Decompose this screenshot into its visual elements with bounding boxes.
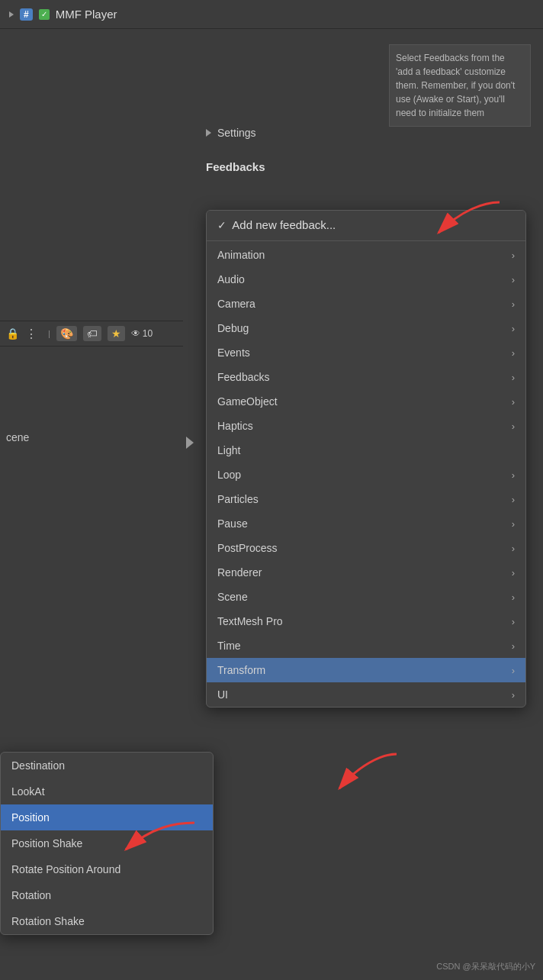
postprocess-label: PostProcess <box>217 542 278 554</box>
checkmark-icon: ✓ <box>217 219 227 231</box>
menu-item-gameobject[interactable]: GameObject › <box>207 389 525 414</box>
separator: | <box>48 329 50 338</box>
scene-label: Scene <box>217 591 248 603</box>
lookat-label: LookAt <box>11 785 45 798</box>
chevron-camera: › <box>512 298 515 310</box>
settings-expand-icon[interactable] <box>206 129 211 137</box>
star-icon[interactable]: ★ <box>108 326 125 341</box>
menu-item-feedbacks[interactable]: Feedbacks › <box>207 365 525 389</box>
gameobject-label: GameObject <box>217 395 278 408</box>
menu-item-debug[interactable]: Debug › <box>207 316 525 340</box>
menu-item-postprocess[interactable]: PostProcess › <box>207 536 525 560</box>
scene-label-text: cene <box>6 431 29 443</box>
position-label: Position <box>11 811 50 824</box>
expand-arrow-icon[interactable] <box>186 437 194 449</box>
info-text-box: Select Feedbacks from the 'add a feedbac… <box>389 44 531 127</box>
loop-label: Loop <box>217 469 241 481</box>
watermark: CSDN @呆呆敲代码的小Y <box>436 961 535 972</box>
chevron-postprocess: › <box>512 543 515 554</box>
submenu-item-destination[interactable]: Destination <box>1 753 213 779</box>
chevron-audio: › <box>512 274 515 285</box>
menu-item-ui[interactable]: UI › <box>207 682 525 707</box>
settings-label: Settings <box>217 127 256 139</box>
chevron-ui: › <box>512 689 515 701</box>
paint-icon[interactable]: 🎨 <box>56 326 77 341</box>
feedback-dropdown: ✓ Add new feedback... Animation › Audio … <box>206 210 526 708</box>
rotation-label: Rotation <box>11 889 51 901</box>
chevron-haptics: › <box>512 421 515 432</box>
rotation-shake-label: Rotation Shake <box>11 915 85 927</box>
menu-item-transform[interactable]: Transform › <box>207 658 525 682</box>
renderer-label: Renderer <box>217 566 262 579</box>
settings-row: Settings <box>206 122 256 143</box>
red-arrow-add-feedback <box>423 195 515 256</box>
chevron-transform: › <box>512 665 515 676</box>
pause-label: Pause <box>217 517 248 530</box>
more-options-icon[interactable]: ⋮ <box>25 327 39 341</box>
menu-item-haptics[interactable]: Haptics › <box>207 414 525 438</box>
submenu-item-rotation-shake[interactable]: Rotation Shake <box>1 908 213 934</box>
submenu-item-lookat[interactable]: LookAt <box>1 779 213 804</box>
info-text: Select Feedbacks from the 'add a feedbac… <box>396 53 515 118</box>
menu-item-scene[interactable]: Scene › <box>207 585 525 609</box>
menu-item-time[interactable]: Time › <box>207 633 525 658</box>
chevron-particles: › <box>512 494 515 505</box>
menu-item-renderer[interactable]: Renderer › <box>207 560 525 585</box>
eye-icon: 👁 <box>131 328 140 339</box>
scene-text: cene <box>6 431 29 443</box>
particles-label: Particles <box>217 493 259 505</box>
feedbacks-sub-label: Feedbacks <box>217 371 269 383</box>
light-label: Light <box>217 444 240 456</box>
debug-label: Debug <box>217 322 249 334</box>
textmeshpro-label: TextMesh Pro <box>217 615 283 627</box>
position-shake-label: Position Shake <box>11 837 82 849</box>
menu-item-particles[interactable]: Particles › <box>207 487 525 511</box>
chevron-renderer: › <box>512 567 515 579</box>
ui-label: UI <box>217 688 228 701</box>
menu-item-events[interactable]: Events › <box>207 340 525 365</box>
feedbacks-heading: Feedbacks <box>206 160 265 173</box>
animation-label: Animation <box>217 249 265 261</box>
menu-item-loop[interactable]: Loop › <box>207 463 525 487</box>
menu-item-textmeshpro[interactable]: TextMesh Pro › <box>207 609 525 633</box>
chevron-pause: › <box>512 518 515 530</box>
menu-item-pause[interactable]: Pause › <box>207 511 525 536</box>
camera-label: Camera <box>217 298 255 310</box>
chevron-gameobject: › <box>512 396 515 408</box>
component-title: MMF Player <box>56 8 117 21</box>
toolbar-row: 🔒 ⋮ | 🎨 🏷 ★ 👁 10 <box>0 321 183 347</box>
hash-badge: # <box>20 8 33 21</box>
destination-label: Destination <box>11 759 65 772</box>
transform-label: Transform <box>217 664 265 676</box>
haptics-label: Haptics <box>217 420 253 432</box>
chevron-events: › <box>512 347 515 359</box>
submenu-item-rotation[interactable]: Rotation <box>1 882 213 908</box>
red-arrow-position <box>111 811 210 872</box>
chevron-time: › <box>512 640 515 652</box>
menu-item-light[interactable]: Light <box>207 438 525 463</box>
feedbacks-title: Feedbacks <box>206 160 265 173</box>
rotate-position-around-label: Rotate Position Around <box>11 863 120 875</box>
events-label: Events <box>217 347 250 359</box>
lock-icon[interactable]: 🔒 <box>6 327 19 340</box>
time-label: Time <box>217 640 241 652</box>
eye-count: 👁 10 <box>131 328 153 339</box>
menu-item-audio[interactable]: Audio › <box>207 267 525 292</box>
red-arrow-transform <box>328 746 419 808</box>
enable-checkbox[interactable]: ✓ <box>39 9 50 20</box>
chevron-scene: › <box>512 592 515 603</box>
eye-count-value: 10 <box>143 328 153 339</box>
chevron-textmeshpro: › <box>512 616 515 627</box>
add-new-feedback-label: Add new feedback... <box>232 218 336 231</box>
chevron-debug: › <box>512 323 515 334</box>
audio-label: Audio <box>217 273 245 285</box>
chevron-loop: › <box>512 469 515 481</box>
chevron-feedbacks: › <box>512 372 515 383</box>
menu-item-camera[interactable]: Camera › <box>207 292 525 316</box>
watermark-text: CSDN @呆呆敲代码的小Y <box>436 962 535 971</box>
tag-icon[interactable]: 🏷 <box>83 326 101 341</box>
collapse-icon[interactable] <box>9 11 14 18</box>
